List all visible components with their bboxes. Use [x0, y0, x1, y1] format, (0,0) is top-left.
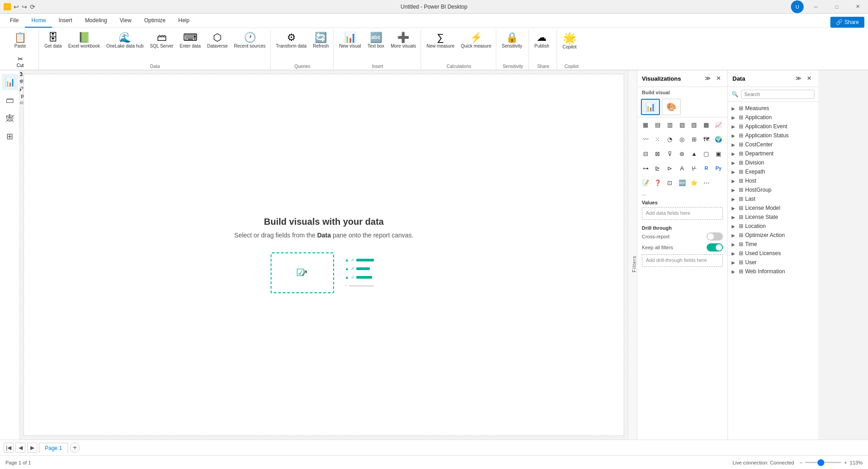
gauge-icon[interactable]: ⊛ — [677, 148, 688, 159]
100pct-bar-icon[interactable]: ▨ — [689, 119, 699, 130]
cut-button[interactable]: ✂ Cut — [4, 54, 37, 69]
matrix-icon[interactable]: ⊠ — [652, 148, 663, 159]
more-visuals-button[interactable]: ➕ More visuals — [388, 31, 419, 51]
data-item-app-status[interactable]: ▶ ⊞ Application Status — [728, 131, 818, 140]
data-item-web-info[interactable]: ▶ ⊞ Web Information — [728, 267, 818, 276]
viz-close-icon[interactable]: ✕ — [714, 74, 723, 83]
data-expand-icon[interactable]: ≫ — [794, 74, 803, 83]
sql-button[interactable]: 🗃 SQL Server — [147, 31, 176, 51]
transform-button[interactable]: ⚙ Transform data — [273, 31, 309, 51]
dataverse-button[interactable]: ⬡ Dataverse — [204, 31, 231, 51]
waterfall-icon[interactable]: ⊵ — [652, 163, 663, 174]
excel-button[interactable]: 📗 Excel workbook — [65, 31, 102, 51]
funnel-icon[interactable]: ⊽ — [664, 148, 675, 159]
publish-button[interactable]: ☁ Publish — [532, 31, 552, 51]
qna-icon[interactable]: ❓ — [652, 177, 663, 188]
multirow-card-icon[interactable]: ▣ — [713, 148, 724, 159]
quick-measure-button[interactable]: ⚡ Quick measure — [458, 31, 494, 51]
pie-icon[interactable]: ◔ — [664, 134, 675, 145]
treemap-icon[interactable]: ⊞ — [689, 134, 699, 145]
page-1-tab[interactable]: Page 1 — [39, 443, 68, 453]
model-view-icon[interactable]: 🕸 — [2, 110, 18, 126]
data-item-host[interactable]: ▶ ⊞ Host — [728, 176, 818, 185]
add-page-btn[interactable]: + — [70, 443, 80, 453]
page-next-btn[interactable]: ▶ — [27, 443, 37, 453]
ribbon-chart-icon[interactable]: ⊳ — [664, 163, 675, 174]
data-item-last[interactable]: ▶ ⊞ Last — [728, 194, 818, 203]
text-box-button[interactable]: 🔤 Text box — [365, 31, 387, 51]
tab-optimize[interactable]: Optimize — [138, 14, 172, 28]
data-item-location[interactable]: ▶ ⊞ Location — [728, 222, 818, 231]
clustered-col-icon[interactable]: ▧ — [677, 119, 688, 130]
dax-query-icon[interactable]: ⊞ — [2, 128, 18, 145]
keep-filters-toggle[interactable] — [707, 243, 723, 251]
zoom-slider[interactable] — [805, 462, 841, 463]
minimize-button[interactable]: ─ — [805, 0, 826, 14]
map-icon[interactable]: 🗺 — [701, 134, 712, 145]
paginated-icon[interactable]: ⊡ — [664, 177, 675, 188]
slicer-icon[interactable]: ⊶ — [640, 163, 651, 174]
line-chart-icon[interactable]: 📈 — [713, 119, 724, 130]
donut-icon[interactable]: ◎ — [677, 134, 688, 145]
star-icon[interactable]: ⭐ — [689, 177, 699, 188]
stacked-bar-icon[interactable]: ▦ — [640, 119, 651, 130]
tab-insert[interactable]: Insert — [52, 14, 78, 28]
data-item-optimizer-action[interactable]: ▶ ⊞ Optimizer Action — [728, 231, 818, 240]
share-button[interactable]: 🔗 Share — [830, 17, 864, 28]
more-icon[interactable]: ⋯ — [701, 177, 712, 188]
user-avatar[interactable]: U — [791, 0, 804, 13]
sensitivity-button[interactable]: 🔒 Sensitivity — [499, 31, 525, 51]
filters-panel[interactable]: Filters — [628, 70, 637, 440]
kpi-icon[interactable]: ▲ — [689, 148, 699, 159]
new-visual-button[interactable]: 📊 New visual — [336, 31, 364, 51]
new-measure-button[interactable]: ∑ New measure — [424, 31, 457, 51]
data-item-division[interactable]: ▶ ⊞ Division — [728, 158, 818, 167]
scatter-icon[interactable]: ⁙ — [652, 134, 663, 145]
format-icon[interactable]: 🎨 — [662, 99, 681, 115]
card-icon[interactable]: ▢ — [701, 148, 712, 159]
table-icon[interactable]: ⊟ — [640, 148, 651, 159]
area-chart-icon[interactable]: 〰 — [640, 134, 651, 145]
page-prev-btn[interactable]: ◀ — [15, 443, 25, 453]
ai-insights-icon[interactable]: A — [677, 163, 688, 174]
clustered-bar-icon[interactable]: ▤ — [652, 119, 663, 130]
r-visual-icon[interactable]: R — [701, 163, 712, 174]
get-data-button[interactable]: 🗄 Get data — [42, 31, 64, 51]
data-item-license-model[interactable]: ▶ ⊞ License Model — [728, 203, 818, 213]
zoom-out-icon[interactable]: − — [800, 460, 802, 465]
tab-modeling[interactable]: Modeling — [78, 14, 113, 28]
data-item-time[interactable]: ▶ ⊞ Time — [728, 240, 818, 249]
tab-help[interactable]: Help — [172, 14, 196, 28]
data-close-icon[interactable]: ✕ — [805, 74, 814, 83]
100pct-col-icon[interactable]: ▩ — [701, 119, 712, 130]
new-icon[interactable]: 🆕 — [677, 177, 688, 188]
copilot-button[interactable]: 🌟 Copilot — [560, 31, 579, 52]
page-first-btn[interactable]: |◀ — [4, 443, 14, 453]
zoom-in-icon[interactable]: + — [844, 460, 847, 465]
data-item-app-event[interactable]: ▶ ⊞ Application Event — [728, 122, 818, 131]
data-item-used-licenses[interactable]: ▶ ⊞ Used Licenses — [728, 249, 818, 258]
data-item-user[interactable]: ▶ ⊞ User — [728, 258, 818, 267]
titlebar-redo[interactable]: ↪ — [22, 3, 27, 10]
chart-icon[interactable]: 📊 — [641, 99, 660, 115]
titlebar-autosave[interactable]: ⟳ — [30, 3, 35, 10]
close-button[interactable]: ✕ — [847, 0, 868, 14]
data-item-costcenter[interactable]: ▶ ⊞ CostCenter — [728, 140, 818, 149]
cross-report-toggle[interactable] — [707, 232, 723, 241]
enter-data-button[interactable]: ⌨ Enter data — [177, 31, 204, 51]
tab-home[interactable]: Home — [25, 14, 52, 28]
data-item-department[interactable]: ▶ ⊞ Department — [728, 149, 818, 158]
values-dropzone[interactable]: Add data fields here — [642, 207, 723, 220]
titlebar-undo[interactable]: ↩ — [14, 3, 19, 10]
recent-sources-button[interactable]: 🕐 Recent sources — [231, 31, 268, 51]
drill-dropzone[interactable]: Add drill-through fields here — [642, 254, 723, 267]
data-view-icon[interactable]: 🗃 — [2, 92, 18, 108]
paste-button[interactable]: 📋 Paste — [4, 31, 37, 53]
refresh-button[interactable]: 🔄 Refresh — [310, 31, 331, 51]
onelake-button[interactable]: 🌊 OneLake data hub — [103, 31, 146, 51]
data-item-license-state[interactable]: ▶ ⊞ License State — [728, 213, 818, 222]
viz-expand-icon[interactable]: ≫ — [703, 74, 712, 83]
shape-map-icon[interactable]: 🌍 — [713, 134, 724, 145]
maximize-button[interactable]: □ — [826, 0, 847, 14]
py-visual-icon[interactable]: Py — [713, 163, 724, 174]
